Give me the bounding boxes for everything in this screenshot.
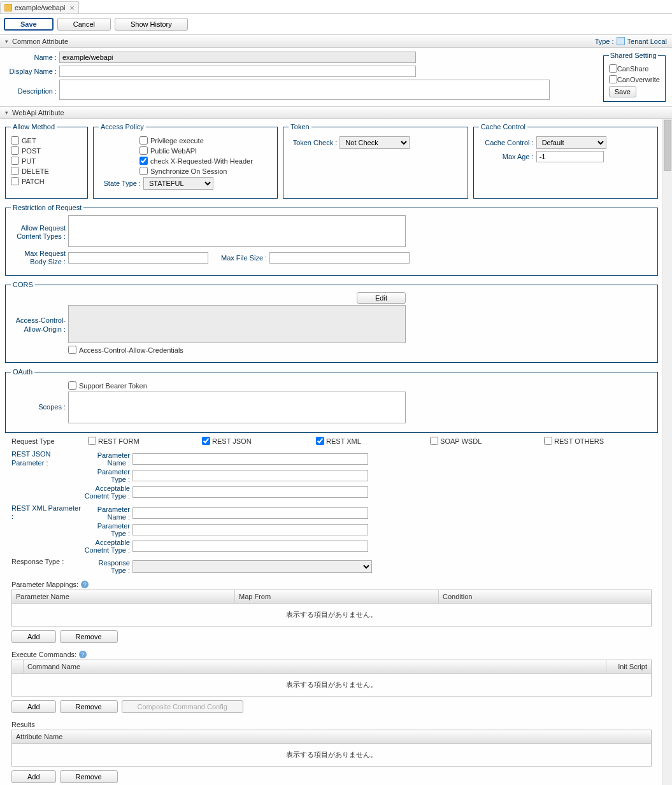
x-requested-with-checkbox[interactable] — [139, 157, 148, 165]
exec-col-initscript[interactable]: Init Script — [606, 660, 651, 673]
section-webapi-body: Allow Method GET POST PUT DELETE PATCH A… — [0, 119, 672, 785]
max-body-input[interactable] — [68, 252, 208, 264]
composite-command-config-button[interactable]: Composite Command Config — [122, 700, 243, 713]
rest-xml-param-section: REST XML Parameter : Parameter Name : Pa… — [5, 503, 658, 556]
shared-save-button[interactable]: Save — [609, 86, 636, 97]
name-input[interactable] — [59, 52, 416, 63]
execute-commands-grid: Command Name Init Script 表示する項目がありません。 — [11, 660, 652, 697]
display-name-input[interactable] — [59, 66, 416, 77]
json-atype-input[interactable] — [132, 486, 368, 498]
max-file-input[interactable] — [269, 252, 410, 264]
results-header: Results — [5, 717, 658, 730]
results-col-attrname[interactable]: Attribute Name — [12, 730, 651, 743]
cache-control-select[interactable]: Default — [536, 136, 606, 149]
rest-json-checkbox[interactable] — [202, 437, 210, 445]
param-col-mapfrom[interactable]: Map From — [235, 590, 439, 603]
json-pname-input[interactable] — [132, 453, 368, 465]
tab-example-webapi[interactable]: example/webapi ✕ — [0, 1, 79, 13]
state-type-label: State Type : — [99, 180, 143, 187]
type-value: Tenant Local — [627, 38, 667, 45]
max-age-input[interactable] — [536, 151, 604, 162]
section-common-header[interactable]: ▾ Common Attribute Type : Tenant Local — [0, 34, 672, 48]
param-col-condition[interactable]: Condition — [439, 590, 651, 603]
token-legend: Token — [289, 123, 311, 131]
allow-content-types-textarea[interactable] — [68, 215, 406, 247]
max-body-label: Max Request Body Size : — [11, 250, 68, 266]
post-checkbox[interactable] — [11, 146, 19, 155]
restriction-group: Restriction of Request Allow Request Con… — [5, 204, 658, 276]
cors-origin-textarea[interactable] — [68, 305, 406, 343]
info-icon[interactable]: ? — [79, 651, 87, 658]
json-ptype-label: Parameter Type : — [82, 468, 132, 483]
state-type-select[interactable]: STATEFUL — [143, 177, 213, 190]
param-remove-button[interactable]: Remove — [60, 630, 118, 643]
xml-pname-input[interactable] — [132, 507, 368, 519]
execute-commands-header: Execute Commands: ? — [5, 647, 658, 660]
xml-atype-input[interactable] — [132, 541, 368, 552]
results-empty: 表示する項目がありません。 — [12, 744, 651, 766]
access-policy-legend: Access Policy — [99, 123, 146, 131]
canshare-label: CanShare — [617, 65, 649, 73]
scopes-textarea[interactable] — [68, 392, 406, 423]
param-add-button[interactable]: Add — [11, 630, 56, 643]
json-atype-label: Acceptable Conetnt Type : — [82, 484, 132, 500]
patch-checkbox[interactable] — [11, 177, 19, 185]
put-checkbox[interactable] — [11, 157, 19, 165]
allow-content-types-label: Allow Request Content Types : — [11, 215, 68, 241]
cors-origin-label: Access-Control-Allow-Origin : — [11, 305, 68, 333]
exec-col-cmdname[interactable]: Command Name — [24, 660, 606, 673]
cache-control-label: Cache Control : — [479, 139, 536, 146]
exec-empty: 表示する項目がありません。 — [12, 674, 651, 696]
results-grid: Attribute Name 表示する項目がありません。 — [11, 730, 652, 767]
cors-credentials-checkbox[interactable] — [68, 346, 76, 354]
tenant-icon — [617, 37, 625, 45]
delete-checkbox[interactable] — [11, 167, 19, 175]
canoverwrite-checkbox[interactable] — [609, 75, 617, 83]
sync-session-checkbox[interactable] — [139, 167, 148, 175]
name-label: Name : — [5, 53, 59, 61]
rest-others-checkbox[interactable] — [544, 437, 552, 445]
scrollbar-thumb[interactable] — [664, 120, 671, 171]
canshare-checkbox[interactable] — [609, 64, 617, 73]
vertical-scrollbar[interactable] — [662, 119, 672, 785]
show-history-button[interactable]: Show History — [115, 18, 188, 31]
type-label: Type : — [595, 38, 614, 45]
shared-setting-group: Shared Setting CanShare CanOverwrite Sav… — [603, 52, 666, 102]
privilege-execute-checkbox[interactable] — [139, 136, 148, 145]
token-check-label: Token Check : — [289, 139, 340, 146]
results-remove-button[interactable]: Remove — [60, 770, 118, 783]
rest-xml-checkbox[interactable] — [316, 437, 324, 445]
cors-edit-button[interactable]: Edit — [357, 292, 406, 304]
xml-ptype-input[interactable] — [132, 524, 368, 535]
section-common-title: Common Attribute — [12, 38, 68, 45]
bearer-checkbox[interactable] — [68, 381, 76, 390]
exec-remove-button[interactable]: Remove — [60, 700, 118, 713]
save-button[interactable]: Save — [4, 18, 54, 31]
param-col-name[interactable]: Parameter Name — [12, 590, 235, 603]
cancel-button[interactable]: Cancel — [57, 18, 111, 31]
description-textarea[interactable] — [59, 80, 550, 100]
max-file-label: Max File Size : — [221, 254, 267, 262]
access-policy-group: Access Policy Privilege execute Public W… — [93, 123, 278, 199]
parameter-mappings-grid: Parameter Name Map From Condition 表示する項目… — [11, 590, 652, 626]
canoverwrite-label: CanOverwrite — [617, 76, 660, 83]
section-webapi-title: WebApi Attribute — [12, 109, 64, 117]
soap-wsdl-checkbox[interactable] — [430, 437, 438, 445]
cache-control-legend: Cache Control — [479, 123, 527, 131]
exec-col-handle — [12, 660, 24, 673]
results-add-button[interactable]: Add — [11, 770, 56, 783]
response-type-select[interactable] — [132, 560, 372, 573]
get-checkbox[interactable] — [11, 136, 19, 145]
json-pname-label: Parameter Name : — [82, 451, 132, 467]
rest-form-checkbox[interactable] — [88, 437, 96, 445]
response-type-section: Response Type : Response Type : — [5, 556, 658, 577]
json-ptype-input[interactable] — [132, 470, 368, 481]
section-webapi-header[interactable]: ▾ WebApi Attribute — [0, 106, 672, 119]
info-icon[interactable]: ? — [81, 581, 89, 588]
xml-atype-label: Acceptable Conetnt Type : — [82, 539, 132, 554]
public-webapi-checkbox[interactable] — [139, 146, 148, 155]
oauth-group: OAuth Support Bearer Token Scopes : — [5, 368, 658, 433]
close-icon[interactable]: ✕ — [69, 4, 75, 11]
exec-add-button[interactable]: Add — [11, 700, 56, 713]
token-check-select[interactable]: Not Check — [340, 136, 410, 149]
